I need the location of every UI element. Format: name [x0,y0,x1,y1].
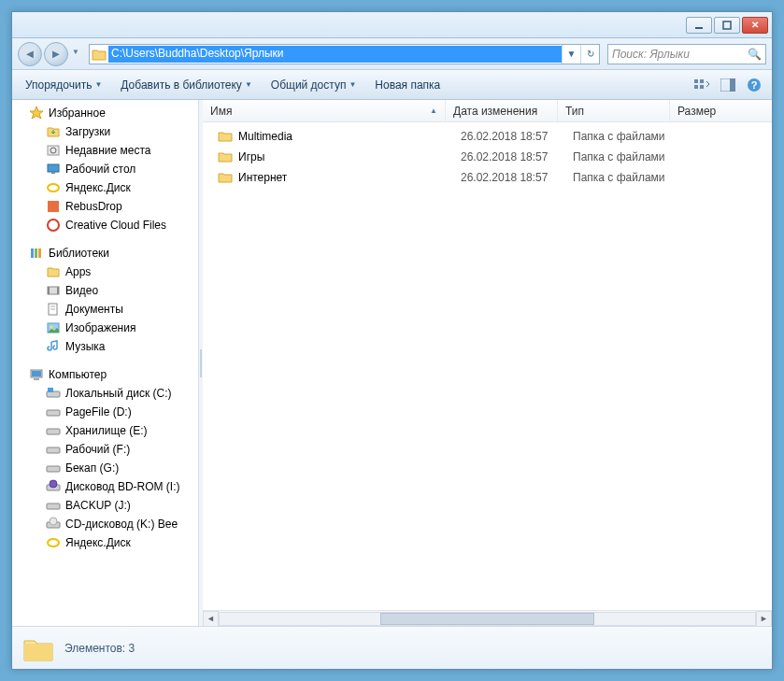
svg-rect-4 [694,85,698,89]
cc-icon [46,218,61,233]
svg-rect-21 [48,287,50,294]
status-text: Элементов: 3 [64,642,135,655]
sidebar-item-yadisk2[interactable]: Яндекс.Диск [12,533,198,552]
splitter[interactable] [199,100,203,626]
folder-large-icon [21,631,55,665]
video-icon [46,283,61,298]
svg-text:?: ? [751,79,758,91]
column-date[interactable]: Дата изменения [446,100,558,121]
star-icon [29,106,44,121]
svg-rect-1 [723,21,731,29]
hdd-icon [46,423,61,438]
svg-rect-0 [695,27,703,29]
file-row[interactable]: Multimedia 26.02.2018 18:57 Папка с файл… [203,126,772,147]
sidebar-item-disk-j[interactable]: BACKUP (J:) [12,496,198,515]
sidebar-item-cdrom[interactable]: CD-дисковод (K:) Bee [12,515,198,533]
folder-icon [46,264,61,279]
svg-rect-35 [47,447,60,453]
add-to-library-button[interactable]: Добавить в библиотеку▼ [115,76,257,94]
svg-rect-34 [47,429,60,434]
back-button[interactable]: ◄ [18,42,42,66]
forward-button[interactable]: ► [44,42,68,66]
column-size[interactable]: Размер [670,100,772,121]
search-icon: 🔍 [748,48,762,61]
svg-point-41 [50,518,57,525]
scroll-thumb[interactable] [380,613,594,625]
share-button[interactable]: Общий доступ▼ [265,76,363,94]
svg-rect-33 [47,410,60,416]
computer-header[interactable]: Компьютер [12,365,198,384]
computer-section: Компьютер Локальный диск (C:) PageFile (… [12,365,198,552]
minimize-button[interactable] [686,17,712,34]
sidebar-item-yadisk[interactable]: Яндекс.Диск [12,178,198,197]
address-bar[interactable]: C:\Users\Buddha\Desktop\Ярлыки ▼ ↻ [89,44,600,64]
sidebar-item-recent[interactable]: Недавние места [12,141,198,160]
toolbar: Упорядочить▼ Добавить в библиотеку▼ Общи… [12,70,772,100]
file-list: Multimedia 26.02.2018 18:57 Папка с файл… [203,122,772,610]
sidebar-item-disk-f[interactable]: Рабочий (F:) [12,440,198,459]
svg-rect-29 [32,371,41,376]
scroll-right-icon[interactable]: ► [756,611,772,627]
nav-bar: ◄ ► ▼ C:\Users\Buddha\Desktop\Ярлыки ▼ ↻… [12,38,772,70]
folder-icon [218,170,233,185]
refresh-button[interactable]: ↻ [580,45,599,64]
yadisk-icon [46,535,61,550]
file-row[interactable]: Игры 26.02.2018 18:57 Папка с файлами [203,147,772,167]
sidebar-item-rebusdrop[interactable]: RebusDrop [12,197,198,216]
libraries-icon [29,246,44,261]
sidebar-item-bdrom[interactable]: Дисковод BD-ROM (I:) [12,477,198,496]
sidebar-item-desktop[interactable]: Рабочий стол [12,160,198,178]
horizontal-scrollbar[interactable]: ◄ ► [203,610,772,626]
close-button[interactable]: ✕ [742,17,768,34]
sidebar-item-pictures[interactable]: Изображения [12,319,198,337]
sidebar-item-documents[interactable]: Документы [12,300,198,319]
svg-rect-3 [700,79,704,83]
svg-point-16 [48,220,59,231]
sidebar-item-creativecloud[interactable]: Creative Cloud Files [12,216,198,234]
nav-history-dropdown[interactable]: ▼ [70,42,81,63]
rebus-icon [46,199,61,214]
computer-icon [29,367,44,382]
cdrom-icon [46,517,61,532]
new-folder-button[interactable]: Новая папка [369,76,446,94]
svg-rect-2 [694,79,698,83]
svg-rect-13 [51,172,55,174]
search-input[interactable]: Поиск: Ярлыки 🔍 [607,44,766,64]
scroll-left-icon[interactable]: ◄ [203,611,219,627]
downloads-icon [46,124,61,139]
svg-rect-5 [700,85,704,89]
libraries-header[interactable]: Библиотеки [12,244,198,262]
content-area: Имя▲ Дата изменения Тип Размер Multimedi… [203,100,772,626]
pictures-icon [46,320,61,335]
file-row[interactable]: Интернет 26.02.2018 18:57 Папка с файлам… [203,167,772,188]
svg-point-42 [48,539,59,546]
sidebar-item-apps[interactable]: Apps [12,262,198,281]
column-name[interactable]: Имя▲ [203,100,446,121]
folder-icon [218,129,233,144]
view-options-button[interactable] [691,75,712,95]
maximize-button[interactable] [714,17,740,34]
hdd-icon [46,442,61,457]
help-button[interactable]: ? [744,75,764,95]
sidebar-item-disk-c[interactable]: Локальный диск (C:) [12,384,198,403]
preview-pane-button[interactable] [718,75,738,95]
sidebar-item-disk-e[interactable]: Хранилище (E:) [12,421,198,440]
bdrom-icon [46,479,61,494]
sidebar-item-disk-d[interactable]: PageFile (D:) [12,403,198,421]
sidebar-item-video[interactable]: Видео [12,281,198,300]
sidebar-item-disk-g[interactable]: Бекап (G:) [12,459,198,477]
address-path[interactable]: C:\Users\Buddha\Desktop\Ярлыки [108,46,562,63]
hdd-icon [46,498,61,513]
address-dropdown-icon[interactable]: ▼ [562,45,580,64]
svg-rect-39 [47,504,60,509]
svg-rect-15 [48,201,59,212]
music-icon [46,339,61,354]
column-type[interactable]: Тип [558,100,670,121]
sidebar-item-music[interactable]: Музыка [12,337,198,356]
hdd-icon [46,461,61,475]
svg-rect-17 [31,248,34,258]
organize-button[interactable]: Упорядочить▼ [20,76,107,94]
documents-icon [46,302,61,317]
favorites-header[interactable]: Избранное [12,104,198,122]
sidebar-item-downloads[interactable]: Загрузки [12,122,198,141]
